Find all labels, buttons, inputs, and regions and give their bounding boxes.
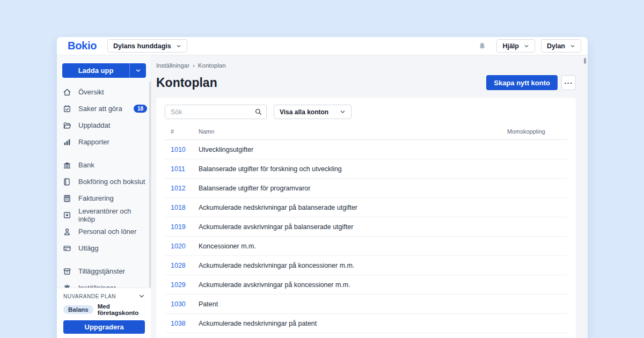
bokio-app-window: Bokio Dylans hunddagis Hjälp Dylan [57,37,588,338]
bokio-logo: Bokio [68,40,97,52]
sidebar-item-label: Fakturering [78,194,114,202]
account-number-link[interactable]: 1010 [165,146,194,153]
table-row[interactable]: 1012 Balanserade utgifter för programvar… [165,179,567,198]
help-menu-button[interactable]: Hjälp [496,39,535,53]
content-scrollbar[interactable] [584,58,586,64]
chevron-down-icon [524,43,529,49]
account-number-link[interactable]: 1020 [165,243,194,250]
breadcrumb-kontoplan[interactable]: Kontoplan [198,62,226,69]
account-number-link[interactable]: 1011 [165,165,194,173]
account-number-link[interactable]: 1038 [165,320,194,327]
account-name: Utvecklingsutgifter [194,146,507,153]
more-actions-button[interactable]: ··· [561,75,576,90]
table-row[interactable]: 1010 Utvecklingsutgifter [165,140,567,159]
upload-button-group: Ladda upp [62,63,146,78]
account-name: Koncessioner m.m. [194,243,507,250]
user-menu-button[interactable]: Dylan [541,39,581,53]
desktop-background: Bokio Dylans hunddagis Hjälp Dylan [0,0,644,338]
user-label: Dylan [547,42,565,50]
topbar-actions: Hjälp Dylan [478,39,581,53]
account-number-link[interactable]: 1018 [165,204,194,211]
plan-badge: Balans [63,305,93,314]
table-row[interactable]: 1020 Koncessioner m.m. [165,237,567,256]
drawer-icon [63,267,71,276]
sidebar-item-label: Tilläggstjänster [78,267,125,275]
account-name: Ackumulerade nedskrivningar på patent [194,320,507,327]
search-field [165,105,267,119]
company-name: Dylans hunddagis [113,42,171,50]
account-name: Balanserade utgifter för forskning och u… [194,165,507,173]
breadcrumb: Inställningar › Kontoplan [156,62,576,69]
account-name: Ackumulerade avskrivningar på balanserad… [194,223,507,231]
calendar-check-icon [63,105,71,113]
todo-count-badge: 18 [134,105,147,113]
sidebar-item-saker-att-gora[interactable]: Saker att göra 18 [57,100,151,117]
notifications-bell-icon[interactable] [478,42,486,50]
sidebar-item-bank[interactable]: Bank [57,157,151,173]
upload-button[interactable]: Ladda upp [62,63,129,78]
table-row[interactable]: 1019 Ackumulerade avskrivningar på balan… [165,217,567,237]
account-number-link[interactable]: 1012 [165,185,194,192]
home-icon [63,88,71,97]
table-row[interactable]: 1018 Ackumulerade nedskrivningar på bala… [165,198,567,217]
account-number-link[interactable]: 1028 [165,262,194,269]
account-number-link[interactable]: 1030 [165,300,194,308]
search-input[interactable] [165,105,267,119]
column-name: Namn [194,128,507,135]
sidebar-item-utlagg[interactable]: Utlägg [57,240,151,256]
sidebar-item-rapporter[interactable]: Rapporter [57,134,151,150]
account-name: Ackumulerade nedskrivningar på koncessio… [194,262,507,269]
sidebar-item-oversikt[interactable]: Översikt [57,84,151,100]
chevron-down-icon [176,43,181,49]
search-icon[interactable] [254,108,262,116]
column-momskoppling: Momskoppling [507,128,567,135]
current-plan-label: NUVARANDE PLAN [63,293,116,299]
column-number: # [165,128,194,135]
book-icon [63,178,71,186]
person-icon [63,227,71,236]
create-account-button[interactable]: Skapa nytt konto [486,75,558,90]
top-bar: Bokio Dylans hunddagis Hjälp Dylan [57,37,588,55]
sidebar-item-label: Leverantörer och inköp [78,207,147,223]
table-row[interactable]: 1028 Ackumulerade nedskrivningar på konc… [165,256,567,275]
filter-value: Visa alla konton [280,108,328,116]
upgrade-button[interactable]: Uppgradera [63,320,145,334]
chevron-down-icon[interactable] [138,293,145,299]
accounts-card: Visa alla konton # Namn Momskoppling 101… [156,98,576,338]
sidebar-nav: Översikt Saker att göra 18 Uppladdat Rap… [57,84,151,296]
table-row[interactable]: 1030 Patent [165,295,567,314]
account-name: Patent [194,300,507,308]
account-number-link[interactable]: 1029 [165,281,194,289]
inbox-down-icon [63,211,71,219]
account-name: Ackumulerade nedskrivningar på balansera… [194,204,507,211]
account-number-link[interactable]: 1019 [165,223,194,231]
sidebar-item-fakturering[interactable]: Fakturering [57,190,151,207]
sidebar: Ladda upp Översikt Saker att göra 18 Upp… [57,55,152,338]
account-name: Ackumulerade avskrivningar på koncession… [194,281,507,289]
help-label: Hjälp [502,42,519,50]
folder-icon [63,121,71,130]
company-selector[interactable]: Dylans hunddagis [107,39,187,53]
table-row[interactable]: 1038 Ackumulerade nedskrivningar på pate… [165,314,567,333]
sidebar-item-label: Bank [78,161,94,169]
sidebar-item-tillaggstjanster[interactable]: Tilläggstjänster [57,263,151,280]
sidebar-item-personal-och-loner[interactable]: Personal och löner [57,223,151,240]
card-icon [63,244,71,253]
accounts-table: 1010 Utvecklingsutgifter 1011 Balanserad… [165,140,567,333]
sidebar-scrollbar[interactable] [149,82,151,297]
main-content: Inställningar › Kontoplan Kontoplan Skap… [152,55,588,338]
sidebar-item-uppladdat[interactable]: Uppladdat [57,117,151,134]
sidebar-item-label: Utlägg [78,244,99,252]
sidebar-item-label: Uppladdat [78,121,110,129]
upload-dropdown-button[interactable] [129,63,146,78]
plan-detail: Med företagskonto [98,303,145,316]
page-title: Kontoplan [156,76,217,90]
table-row[interactable]: 1029 Ackumulerade avskrivningar på konce… [165,275,567,295]
breadcrumb-installningar[interactable]: Inställningar [156,62,189,69]
sidebar-item-bokforing-och-bokslut[interactable]: Bokföring och bokslut [57,173,151,190]
breadcrumb-separator: › [193,62,195,69]
sidebar-item-leverantorer-och-inkop[interactable]: Leverantörer och inköp [57,207,151,223]
table-row[interactable]: 1011 Balanserade utgifter för forskning … [165,159,567,179]
current-plan-panel: NUVARANDE PLAN Balans Med företagskonto … [57,288,151,338]
account-filter-select[interactable]: Visa alla konton [274,105,352,119]
